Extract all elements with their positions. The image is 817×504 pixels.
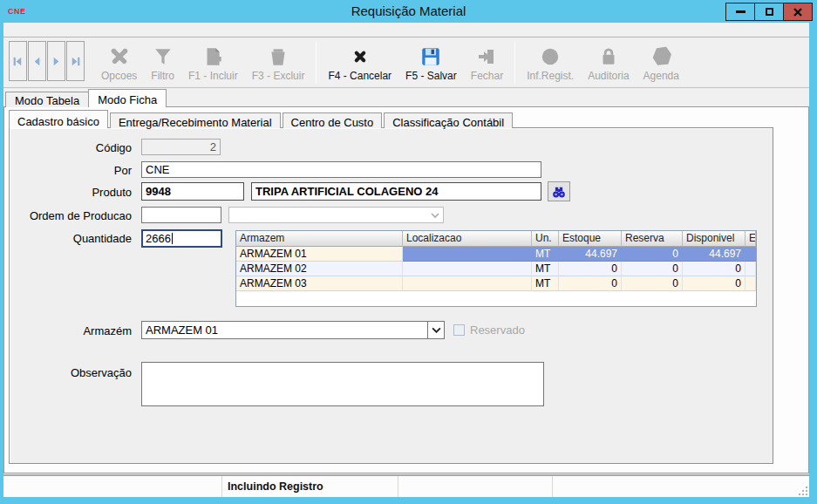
produto-code-input[interactable] <box>141 182 244 201</box>
tab-modo-tabela[interactable]: Modo Tabela <box>5 92 89 107</box>
table-row[interactable]: ARMAZEM 01 MT 44.697 0 44.697 <box>236 247 756 262</box>
fechar-button[interactable]: Fechar <box>465 41 509 85</box>
modo-ficha-page: Cadastro básico Entrega/Recebimento Mate… <box>3 106 809 473</box>
armazem-combo[interactable]: ARMAZEM 01 <box>141 321 445 339</box>
reservado-label: Reservado <box>470 324 525 337</box>
window-title: Requisição Material <box>0 3 817 18</box>
next-record-icon <box>50 55 63 68</box>
first-record-icon <box>11 55 24 68</box>
quantidade-label: Quantidade <box>10 232 132 245</box>
minimize-icon <box>736 10 746 13</box>
info-circle-icon <box>539 44 562 70</box>
col-armazem[interactable]: Armazem <box>236 231 403 247</box>
toolbar-separator <box>316 42 317 84</box>
produto-search-button[interactable] <box>548 181 570 201</box>
resize-grip[interactable] <box>798 486 808 496</box>
col-estoque[interactable]: Estoque <box>559 231 622 247</box>
tab-modo-ficha[interactable]: Modo Ficha <box>88 89 167 107</box>
tools-icon <box>108 44 131 70</box>
produto-label: Produto <box>10 186 132 199</box>
maximize-button[interactable] <box>754 3 784 21</box>
auditoria-button[interactable]: Auditoria <box>582 41 635 85</box>
status-panel <box>553 476 809 497</box>
nav-next-button[interactable] <box>47 41 65 81</box>
window-body: Opcoes Filtro F1 - Incluir F3 - Excluir <box>3 23 809 497</box>
nav-last-button[interactable] <box>66 41 85 81</box>
funnel-icon <box>152 44 174 70</box>
table-row[interactable]: ARMAZEM 03 MT 0 0 0 <box>236 276 756 291</box>
col-localizacao[interactable]: Localizacao <box>403 231 532 247</box>
salvar-button[interactable]: F5 - Salvar <box>399 41 463 85</box>
armazem-label: Armazém <box>10 324 132 337</box>
window-controls <box>726 3 813 21</box>
col-disponivel[interactable]: Disponivel <box>683 231 746 247</box>
agenda-icon <box>650 44 672 70</box>
stock-table: Armazem Localizacao Un. Estoque Reserva … <box>235 230 757 307</box>
last-record-icon <box>69 55 82 68</box>
padlock-icon <box>597 44 620 70</box>
ordem-producao-input[interactable] <box>141 207 221 223</box>
table-row[interactable]: ARMAZEM 02 MT 0 0 0 <box>236 262 756 276</box>
close-icon <box>793 7 803 17</box>
produto-description-input[interactable] <box>251 182 541 201</box>
tab-classificacao-contabil[interactable]: Classificação Contábil <box>384 112 513 128</box>
nav-previous-button[interactable] <box>28 41 46 81</box>
por-input[interactable] <box>141 161 541 178</box>
chevron-down-icon <box>426 208 443 222</box>
col-reserva[interactable]: Reserva <box>622 231 683 247</box>
observacao-label: Observação <box>10 366 132 379</box>
trash-icon <box>267 44 289 70</box>
reservado-checkbox[interactable] <box>453 324 465 336</box>
menu-band <box>3 23 809 37</box>
tab-entrega-recebimento[interactable]: Entrega/Recebimento Material <box>110 112 281 128</box>
excluir-button[interactable]: F3 - Excluir <box>246 41 311 85</box>
mode-tabstrip: Modo Tabela Modo Ficha <box>5 89 166 107</box>
chevron-down-icon[interactable] <box>427 322 444 338</box>
observacao-textarea[interactable] <box>141 362 544 406</box>
document-icon <box>201 44 224 70</box>
por-label: Por <box>10 164 132 177</box>
tab-centro-de-custo[interactable]: Centro de Custo <box>283 112 383 128</box>
sub-tabstrip: Cadastro básico Entrega/Recebimento Mate… <box>9 110 514 128</box>
cancelar-button[interactable]: F4 - Cancelar <box>322 41 398 85</box>
exit-door-icon <box>476 44 497 70</box>
cadastro-basico-panel: Código 2 Por Produto Ordem de Producao <box>9 127 773 464</box>
title-bar[interactable]: CNE Requisição Material <box>0 0 817 23</box>
col-partial[interactable]: E <box>746 231 756 247</box>
ordem-producao-combo <box>228 207 444 223</box>
col-un[interactable]: Un. <box>532 231 559 247</box>
close-button[interactable] <box>783 3 813 21</box>
floppy-disk-icon <box>419 44 442 70</box>
codigo-field: 2 <box>141 139 221 155</box>
previous-record-icon <box>31 55 44 68</box>
toolbar: Opcoes Filtro F1 - Incluir F3 - Excluir <box>3 38 809 88</box>
inf-regist-button[interactable]: Inf.Regist. <box>521 41 580 85</box>
text-caret <box>172 233 173 244</box>
binoculars-icon <box>551 184 567 200</box>
status-message: Incluindo Registro <box>222 480 323 493</box>
agenda-button[interactable]: Agenda <box>637 41 685 85</box>
cancel-x-icon <box>351 44 369 70</box>
status-panel <box>398 476 553 497</box>
filtro-button[interactable]: Filtro <box>145 41 180 85</box>
status-panel: Incluindo Registro <box>222 476 398 497</box>
status-panel <box>3 476 222 497</box>
app-window: CNE Requisição Material <box>0 0 817 504</box>
incluir-button[interactable]: F1 - Incluir <box>182 41 244 85</box>
maximize-icon <box>766 8 773 16</box>
nav-first-button[interactable] <box>9 41 27 81</box>
toolbar-separator <box>514 42 515 84</box>
status-bar: Incluindo Registro <box>3 474 809 497</box>
tab-cadastro-basico[interactable]: Cadastro básico <box>9 110 108 128</box>
stock-table-header: Armazem Localizacao Un. Estoque Reserva … <box>236 231 756 247</box>
minimize-button[interactable] <box>725 3 755 21</box>
codigo-label: Código <box>10 141 132 154</box>
opcoes-button[interactable]: Opcoes <box>95 41 143 85</box>
quantidade-input[interactable]: 2666 <box>141 229 222 248</box>
ordem-producao-label: Ordem de Producao <box>10 209 132 222</box>
